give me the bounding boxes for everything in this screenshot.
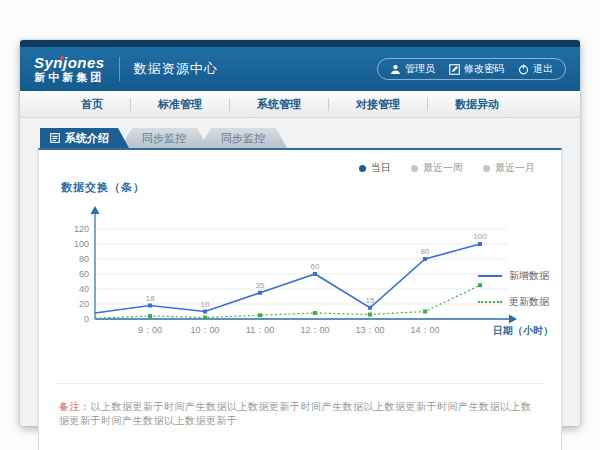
tab-bar: 系统介绍 同步监控 同步监控	[40, 128, 562, 148]
user-menu: 管理员 修改密码 退出	[377, 58, 566, 80]
filter-last-month[interactable]: 最近一月	[483, 161, 535, 175]
x-axis-arrow-icon	[509, 315, 517, 324]
y-axis-arrow-icon	[91, 206, 100, 214]
point-label: 15	[366, 296, 375, 305]
chart-legend: 新增数据 更新数据	[478, 269, 549, 309]
company-logo: Synjones 新中新集团	[34, 55, 105, 84]
y-tick-label: 20	[79, 299, 89, 309]
radio-dot-icon	[359, 165, 366, 172]
user-button[interactable]: 管理员	[390, 62, 435, 76]
change-password-label: 修改密码	[464, 62, 504, 76]
filter-today[interactable]: 当日	[359, 161, 391, 175]
header-divider	[119, 57, 120, 81]
legend-label: 新增数据	[509, 269, 549, 283]
logout-label: 退出	[533, 62, 553, 76]
change-password-button[interactable]: 修改密码	[449, 62, 504, 76]
point-label: 18	[146, 294, 155, 303]
chart-y-axis-title: 数据交换（条）	[61, 180, 545, 195]
logout-button[interactable]: 退出	[518, 62, 553, 76]
y-tick-label: 80	[79, 254, 89, 264]
point-label: 35	[256, 281, 265, 290]
data-point	[423, 310, 427, 314]
main-nav: 首页 标准管理 系统管理 对接管理 数据异动	[20, 91, 580, 118]
tab-label: 系统介绍	[65, 128, 109, 148]
chart-area: 0204060801001209：0010：0011：0012：0013：001…	[55, 197, 545, 347]
logo-text-cn: 新中新集团	[34, 71, 104, 83]
y-tick-label: 40	[79, 284, 89, 294]
point-label: 10	[201, 300, 210, 309]
nav-item-system-mgmt[interactable]: 系统管理	[230, 97, 328, 112]
filter-last-week[interactable]: 最近一周	[411, 161, 463, 175]
data-point	[423, 257, 427, 261]
data-point	[368, 306, 372, 310]
filter-label: 当日	[371, 161, 391, 175]
app-window: Synjones 新中新集团 数据资源中心 管理员 修改密码 退出 首页 标准管…	[20, 40, 580, 426]
nav-item-data-change[interactable]: 数据异动	[428, 97, 526, 112]
x-tick-label: 11：00	[246, 325, 274, 335]
content-area: 系统介绍 同步监控 同步监控 当日 最近一周 最近一月 数据交换（条） 0204…	[20, 118, 580, 450]
tab-sync-monitor-2[interactable]: 同步监控	[199, 128, 287, 148]
point-label: 80	[421, 247, 430, 256]
x-tick-label: 9：00	[138, 325, 162, 335]
x-axis-title: 日期（小时）	[493, 325, 553, 336]
window-top-strip	[20, 40, 580, 47]
data-point	[203, 316, 207, 320]
user-label: 管理员	[405, 62, 435, 76]
footnote: 备注：以上数据更新于时间产生数据以上数据更新于时间产生数据以上数据更新于时间产生…	[55, 383, 545, 428]
app-header: Synjones 新中新集团 数据资源中心 管理员 修改密码 退出	[20, 47, 580, 91]
tab-sync-monitor-1[interactable]: 同步监控	[120, 128, 208, 148]
x-tick-label: 14：00	[410, 325, 439, 335]
power-icon	[518, 64, 529, 75]
footnote-prefix: 备注：	[59, 401, 91, 412]
radio-dot-icon	[483, 165, 490, 172]
user-icon	[390, 64, 401, 75]
data-point	[148, 304, 152, 308]
x-tick-label: 12：00	[300, 325, 329, 335]
radio-dot-icon	[411, 165, 418, 172]
data-point	[313, 272, 317, 276]
document-icon	[50, 133, 60, 143]
nav-item-interface-mgmt[interactable]: 对接管理	[329, 97, 427, 112]
logo-accent-dot	[60, 56, 64, 60]
data-point	[313, 311, 317, 315]
legend-solid-line-icon	[478, 275, 502, 277]
data-point	[258, 291, 262, 295]
x-tick-label: 13：00	[355, 325, 384, 335]
legend-item-new-data[interactable]: 新增数据	[478, 269, 549, 283]
data-point	[203, 310, 207, 314]
data-point	[148, 314, 152, 318]
y-tick-label: 60	[79, 269, 89, 279]
y-tick-label: 100	[74, 239, 89, 249]
legend-label: 更新数据	[509, 295, 549, 309]
point-label: 100	[473, 232, 487, 241]
data-point	[258, 313, 262, 317]
tab-label: 同步监控	[221, 128, 265, 148]
page-title: 数据资源中心	[134, 60, 218, 78]
edit-icon	[449, 64, 460, 75]
time-range-filters: 当日 最近一周 最近一月	[359, 161, 535, 175]
data-point	[478, 242, 482, 246]
point-label: 60	[311, 262, 320, 271]
chart-panel: 当日 最近一周 最近一月 数据交换（条） 0204060801001209：00…	[38, 148, 562, 450]
filter-label: 最近一月	[495, 161, 535, 175]
legend-item-update-data[interactable]: 更新数据	[478, 295, 549, 309]
legend-dotted-line-icon	[478, 301, 502, 303]
nav-item-standard-mgmt[interactable]: 标准管理	[131, 97, 229, 112]
y-tick-label: 120	[74, 224, 89, 234]
filter-label: 最近一周	[423, 161, 463, 175]
nav-item-home[interactable]: 首页	[54, 97, 130, 112]
tab-label: 同步监控	[142, 128, 186, 148]
logo-text-en: Synjones	[34, 55, 105, 72]
x-tick-label: 10：00	[190, 325, 219, 335]
tab-system-intro[interactable]: 系统介绍	[40, 128, 129, 148]
y-tick-label: 0	[84, 314, 89, 324]
footnote-text: 以上数据更新于时间产生数据以上数据更新于时间产生数据以上数据更新于时间产生数据以…	[59, 401, 532, 426]
data-point	[368, 313, 372, 317]
